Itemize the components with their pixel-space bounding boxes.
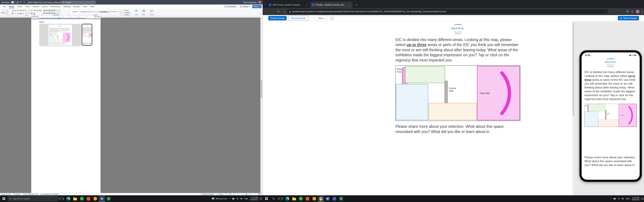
numbering-button[interactable]	[46, 10, 48, 11]
style-normal[interactable]: Normal	[70, 9, 80, 14]
find-button[interactable]: Find	[122, 9, 132, 11]
taskbar-app-orange-icon[interactable]	[311, 195, 318, 202]
map-region-top-gallery[interactable]	[405, 66, 445, 83]
read-mode-icon[interactable]	[226, 194, 227, 195]
chrome-tab-preview[interactable]: Preview - Qualtrics Survey | Qu... ×	[310, 2, 352, 8]
taskbar-app-blue-icon[interactable]	[331, 195, 338, 202]
back-icon[interactable]: ←	[264, 9, 269, 14]
tab-review[interactable]: Review	[72, 5, 81, 8]
map-region-video-wall[interactable]: Video Wall	[619, 104, 636, 127]
zoom-in-button[interactable]: +	[254, 193, 256, 195]
increase-indent-button[interactable]	[53, 10, 55, 11]
taskbar-word-icon[interactable]: W	[324, 195, 331, 202]
map-region-lower-middle-gallery[interactable]	[429, 103, 477, 120]
taskbar-app-red-icon[interactable]	[85, 195, 92, 202]
taskbar-search-box[interactable]: Type here to search	[8, 196, 58, 201]
language-indicator[interactable]: ENG	[244, 198, 248, 200]
grow-font-button[interactable]: A˄	[34, 9, 36, 11]
eic-floor-map[interactable]: Entry Area Central Wall Video Wall	[396, 65, 520, 121]
forward-icon[interactable]: →	[270, 9, 275, 14]
superscript-button[interactable]: x²	[25, 12, 27, 14]
add-ins-button[interactable]	[150, 10, 153, 12]
eic-floor-map[interactable]: Entry Area Central Wall Video Wall	[584, 104, 637, 127]
change-case-button[interactable]: Aa	[39, 9, 41, 11]
onedrive-icon[interactable]	[613, 198, 616, 200]
focus-button[interactable]: Focus	[216, 193, 223, 195]
tab-design[interactable]: Design	[31, 5, 40, 8]
taskbar-app-red-icon[interactable]	[304, 195, 311, 202]
text-predictions-status[interactable]: Text Predictions: On	[23, 193, 38, 195]
bold-button[interactable]: B	[12, 12, 14, 14]
paste-button[interactable]: Paste	[1, 9, 6, 14]
shrink-font-button[interactable]: A˅	[36, 9, 38, 11]
new-tab-button[interactable]: +	[354, 3, 358, 7]
italic-button[interactable]: I	[14, 12, 16, 14]
tab-references[interactable]: References	[49, 5, 62, 8]
align-center-button[interactable]	[46, 12, 48, 14]
style-bulleted-list[interactable]: • Bulleted List	[80, 9, 90, 14]
word-search-box[interactable]: Search	[61, 1, 96, 4]
taskbar-excel-icon[interactable]: X	[105, 195, 112, 202]
map-region-top-gallery[interactable]	[83, 33, 86, 34]
profile-avatar[interactable]	[636, 10, 640, 13]
chrome-menu-icon[interactable]	[642, 11, 642, 12]
tools-dropdown[interactable]: Tools	[316, 16, 328, 20]
map-region-lower-middle-gallery[interactable]	[598, 119, 618, 126]
scrollbar-thumb[interactable]	[261, 80, 262, 98]
scroll-down-icon[interactable]	[261, 191, 262, 193]
borders-button[interactable]	[58, 12, 60, 14]
extensions-icon[interactable]	[626, 10, 629, 13]
restart-survey-button[interactable]: Restart Survey	[268, 16, 286, 20]
eic-floor-map[interactable]: Entry Area Central Wall Video Wall	[82, 33, 92, 37]
map-region-top-gallery[interactable]	[588, 104, 605, 111]
tab-file[interactable]: File	[1, 5, 8, 8]
print-layout-icon[interactable]	[229, 194, 231, 195]
dictate-button[interactable]	[135, 9, 138, 12]
underline-button[interactable]: U	[17, 12, 19, 14]
tab-insert[interactable]: Insert	[16, 5, 24, 8]
dialog-launcher-icon[interactable]	[120, 14, 121, 15]
hidden-icons-chevron[interactable]	[610, 198, 612, 199]
start-button[interactable]	[2, 197, 5, 200]
taskbar-clock[interactable]: 11:23 AM4/26/2024	[632, 197, 639, 201]
volume-icon[interactable]	[622, 198, 624, 200]
dialog-launcher-icon[interactable]	[9, 14, 10, 15]
preview-scrollbar[interactable]	[572, 21, 574, 195]
share-button[interactable]: Share	[252, 5, 262, 8]
refresh-icon[interactable]: ↻	[276, 9, 281, 14]
share-preview-button[interactable]: Share Preview	[618, 16, 639, 20]
line-spacing-button[interactable]	[53, 12, 55, 14]
styles-scroll-up-icon[interactable]	[120, 10, 121, 11]
notification-center-icon[interactable]	[260, 198, 262, 200]
map-region-lower-middle-gallery[interactable]	[55, 39, 63, 42]
redo-icon[interactable]: ↷	[23, 1, 25, 3]
word-vertical-scrollbar[interactable]	[260, 17, 262, 193]
taskbar-file-explorer-icon[interactable]	[291, 195, 298, 202]
tab-home[interactable]: Home	[8, 5, 16, 8]
home-icon[interactable]: ⌂	[282, 9, 287, 14]
tab-search-chevron-icon[interactable]	[264, 3, 266, 4]
user-avatar[interactable]: TK	[258, 1, 261, 4]
map-region-lower-middle-gallery[interactable]	[85, 36, 88, 37]
tab-mailings[interactable]: Mailings	[62, 5, 72, 8]
web-layout-icon[interactable]	[233, 194, 235, 195]
cut-icon[interactable]	[6, 9, 8, 11]
desktop-mockup-image[interactable]: PACIFIC Research & Evaluation EIC is div…	[39, 24, 81, 46]
replace-button[interactable]: Replace	[122, 11, 132, 13]
decrease-indent-button[interactable]	[51, 10, 53, 11]
eic-floor-map[interactable]: Entry Area Central Wall Video Wall	[49, 33, 70, 42]
map-region-lower-left-gallery[interactable]	[585, 112, 598, 126]
central-wall-shape[interactable]	[86, 34, 86, 36]
chrome-tab-edit-survey[interactable]: Edit Survey | Qualtrics Experie... ×	[267, 2, 310, 8]
editor-button[interactable]	[142, 10, 145, 12]
onedrive-icon[interactable]	[232, 198, 234, 200]
dialog-launcher-icon[interactable]	[41, 14, 42, 15]
notification-center-icon[interactable]	[641, 198, 643, 200]
zoom-slider[interactable]	[241, 194, 252, 195]
bookmark-star-icon[interactable]: ☆	[604, 10, 606, 13]
document-page[interactable]: Page 4 PACIFIC Research & Evaluation EIC…	[31, 19, 100, 193]
mobile-preview-toggle[interactable]	[330, 16, 334, 20]
map-region-video-wall[interactable]: Video Wall	[63, 33, 70, 42]
map-region-video-wall[interactable]: Video Wall	[477, 66, 520, 120]
taskbar-app-green-icon[interactable]	[298, 195, 304, 202]
